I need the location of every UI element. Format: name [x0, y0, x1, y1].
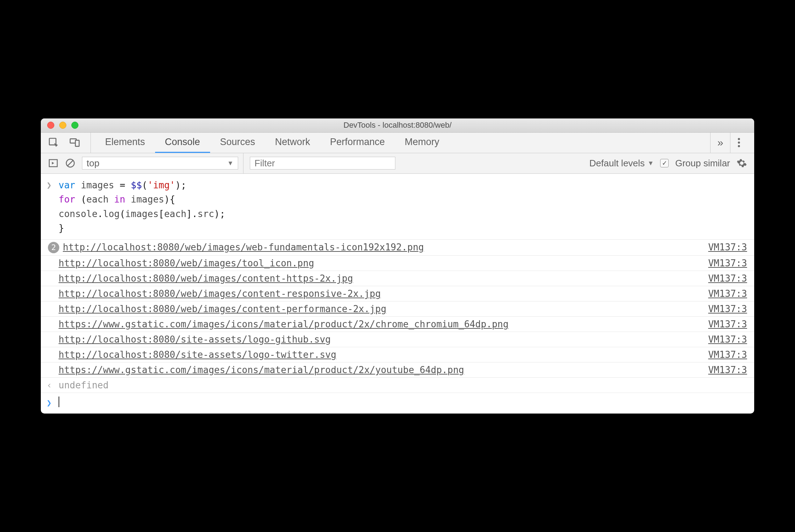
title-bar: DevTools - localhost:8080/web/ — [41, 118, 754, 133]
text-cursor — [59, 397, 59, 407]
console-log-row: http://localhost:8080/web/images/tool_ic… — [41, 256, 754, 271]
log-source-link[interactable]: VM137:3 — [708, 288, 747, 299]
console-log-row: http://localhost:8080/site-assets/logo-t… — [41, 347, 754, 362]
tab-console[interactable]: Console — [155, 133, 210, 153]
log-count-badge: 2 — [48, 242, 59, 253]
log-source-link[interactable]: VM137:3 — [708, 242, 747, 253]
svg-point-4 — [738, 142, 740, 144]
return-arrow-icon: ‹ — [46, 380, 52, 390]
execution-context-selector[interactable]: top ▼ — [82, 153, 243, 173]
window-title: DevTools - localhost:8080/web/ — [41, 121, 754, 130]
tabs-toolbar: ElementsConsoleSourcesNetworkPerformance… — [41, 133, 754, 153]
devtools-window: DevTools - localhost:8080/web/ ElementsC… — [41, 118, 754, 414]
log-level-selector[interactable]: Default levels ▼ — [590, 158, 654, 169]
group-similar-label: Group similar — [675, 158, 730, 169]
log-url-link[interactable]: https://www.gstatic.com/images/icons/mat… — [59, 319, 509, 329]
more-tabs-button[interactable]: » — [710, 133, 730, 153]
chevron-down-icon: ▼ — [227, 160, 234, 167]
console-log-row: 2http://localhost:8080/web/images/web-fu… — [41, 240, 754, 256]
tab-sources[interactable]: Sources — [210, 133, 265, 153]
log-source-link[interactable]: VM137:3 — [708, 365, 747, 375]
console-output: ❯ var images = $$('img');for (each in im… — [41, 174, 754, 414]
tab-network[interactable]: Network — [265, 133, 320, 153]
svg-point-3 — [738, 138, 740, 140]
log-url-link[interactable]: http://localhost:8080/web/images/content… — [59, 288, 381, 299]
console-filter-input[interactable] — [250, 157, 395, 170]
log-url-link[interactable]: https://www.gstatic.com/images/icons/mat… — [59, 365, 464, 375]
tab-performance[interactable]: Performance — [320, 133, 395, 153]
console-log-row: http://localhost:8080/web/images/content… — [41, 286, 754, 301]
return-value-text: undefined — [59, 380, 109, 390]
prompt-chevron-icon: ❯ — [46, 398, 51, 408]
gear-icon[interactable] — [736, 158, 747, 168]
tab-memory[interactable]: Memory — [395, 133, 449, 153]
console-log-row: https://www.gstatic.com/images/icons/mat… — [41, 362, 754, 378]
log-source-link[interactable]: VM137:3 — [708, 304, 747, 314]
log-url-link[interactable]: http://localhost:8080/web/images/web-fun… — [63, 242, 424, 253]
console-log-row: http://localhost:8080/site-assets/logo-g… — [41, 332, 754, 347]
chevron-down-icon: ▼ — [648, 160, 654, 167]
log-url-link[interactable]: http://localhost:8080/site-assets/logo-t… — [59, 349, 336, 360]
svg-rect-2 — [75, 140, 79, 146]
log-url-link[interactable]: http://localhost:8080/web/images/tool_ic… — [59, 258, 314, 268]
tab-elements[interactable]: Elements — [95, 133, 155, 153]
svg-line-8 — [68, 161, 73, 166]
console-sidebar-toggle-icon[interactable] — [48, 158, 59, 168]
log-url-link[interactable]: http://localhost:8080/web/images/content… — [59, 273, 353, 284]
console-return-value: ‹ undefined — [41, 378, 754, 393]
clear-console-icon[interactable] — [65, 158, 76, 168]
log-url-link[interactable]: http://localhost:8080/site-assets/logo-g… — [59, 334, 331, 345]
svg-point-5 — [738, 145, 740, 147]
inspect-element-icon[interactable] — [48, 137, 59, 148]
console-log-row: http://localhost:8080/web/images/content… — [41, 271, 754, 286]
execution-context-label: top — [87, 158, 99, 169]
console-log-row: https://www.gstatic.com/images/icons/mat… — [41, 317, 754, 332]
log-source-link[interactable]: VM137:3 — [708, 258, 747, 268]
console-input-history: ❯ var images = $$('img');for (each in im… — [41, 174, 754, 240]
log-level-label: Default levels — [590, 158, 645, 169]
log-url-link[interactable]: http://localhost:8080/web/images/content… — [59, 304, 386, 314]
log-source-link[interactable]: VM137:3 — [708, 273, 747, 284]
group-similar-checkbox[interactable] — [660, 159, 669, 167]
kebab-menu-button[interactable] — [730, 133, 747, 153]
input-chevron-icon: ❯ — [46, 179, 51, 192]
log-source-link[interactable]: VM137:3 — [708, 334, 747, 345]
log-source-link[interactable]: VM137:3 — [708, 319, 747, 329]
log-source-link[interactable]: VM137:3 — [708, 349, 747, 360]
device-toolbar-icon[interactable] — [69, 137, 81, 148]
console-filter-bar: top ▼ Default levels ▼ Group similar — [41, 153, 754, 174]
console-prompt[interactable]: ❯ — [41, 393, 754, 414]
console-log-row: http://localhost:8080/web/images/content… — [41, 301, 754, 317]
